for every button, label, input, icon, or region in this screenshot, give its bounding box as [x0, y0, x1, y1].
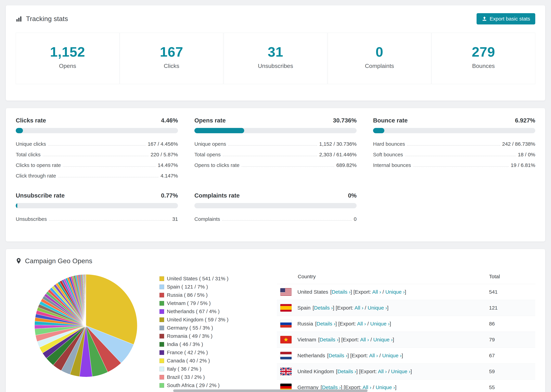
details-link[interactable]: Details ›	[320, 337, 339, 343]
rate-title: Bounce rate	[373, 117, 408, 124]
export-unique-link[interactable]: Unique ›	[391, 369, 410, 374]
dotted-leader	[228, 145, 317, 146]
legend-swatch	[160, 367, 164, 371]
rate-title: Complaints rate	[194, 192, 240, 199]
total-value: 59	[489, 364, 535, 379]
metric-rows: Unique opens1,152 / 30.736%Total opens2,…	[194, 139, 357, 170]
metric-row: Total opens2,303 / 61.446%	[194, 149, 357, 160]
country-cell: United Kingdom[Details ›] [Export: All ›…	[277, 364, 489, 379]
tracking-stats-page: Tracking stats Export basic stats 1,152O…	[0, 5, 551, 392]
country-links: [Details ›] [Export: All › / Unique ›]	[336, 369, 412, 374]
export-all-link[interactable]: All ›	[357, 321, 366, 327]
metric-label: Opens to clicks rate	[194, 162, 239, 168]
metric-label: Hard bounces	[373, 141, 405, 147]
table-header-total: Total	[489, 269, 535, 284]
vn-flag-icon	[280, 336, 292, 343]
stat-value: 167	[120, 44, 223, 60]
details-link[interactable]: Details ›	[338, 369, 356, 374]
dotted-leader	[58, 177, 158, 177]
metric-rows: Complaints0	[194, 214, 357, 224]
metric-value: 19 / 6.81%	[511, 162, 535, 168]
export-unique-link[interactable]: Unique ›	[376, 385, 395, 390]
metric-row: Unique opens1,152 / 30.736%	[194, 139, 357, 149]
geo-content: United States ( 541 / 31% )Spain ( 121 /…	[16, 265, 535, 392]
es-flag-icon	[280, 304, 292, 312]
legend-swatch	[160, 383, 164, 388]
details-link[interactable]: Details ›	[329, 353, 347, 358]
export-unique-link[interactable]: Unique ›	[373, 337, 393, 343]
rate-value: 30.736%	[333, 117, 357, 124]
stat-box: 0Complaints	[328, 33, 431, 84]
dotted-leader	[405, 156, 516, 156]
stat-value: 1,152	[16, 44, 119, 60]
country-links: [Details ›] [Export: All › / Unique ›]	[318, 337, 394, 343]
legend-label: Spain ( 121 / 7% )	[167, 284, 208, 290]
metric-rows: Unique clicks167 / 4.456%Total clicks220…	[16, 139, 178, 181]
export-unique-link[interactable]: Unique ›	[368, 305, 387, 311]
dotted-leader	[63, 166, 155, 167]
metric-value: 0	[354, 216, 357, 222]
export-all-link[interactable]: All ›	[354, 305, 363, 311]
export-all-link[interactable]: All ›	[372, 289, 381, 295]
stat-label: Clicks	[120, 63, 223, 69]
geo-table-wrap: CountryTotal United States[Details ›] [E…	[277, 269, 535, 392]
legend-item: South Africa ( 29 / 2% )	[160, 382, 228, 388]
rates-grid: Clicks rate4.46%Unique clicks167 / 4.456…	[16, 117, 535, 224]
geo-card-title: Campaign Geo Opens	[25, 257, 92, 265]
details-link[interactable]: Details ›	[317, 321, 335, 327]
export-all-link[interactable]: All ›	[369, 353, 378, 358]
metric-row: Soft bounces18 / 0%	[373, 149, 535, 160]
table-row: Vietnam[Details ›] [Export: All › / Uniq…	[277, 332, 535, 348]
progress-bar	[373, 128, 535, 133]
rate-title-row: Bounce rate6.927%	[373, 117, 535, 124]
dotted-leader	[223, 156, 317, 156]
legend-swatch	[160, 358, 164, 363]
legend-label: Russia ( 86 / 5% )	[167, 292, 208, 298]
legend-item: United States ( 541 / 31% )	[160, 276, 228, 281]
legend-item: India ( 46 / 3% )	[160, 341, 228, 347]
legend-item: France ( 42 / 2% )	[160, 350, 228, 355]
export-unique-link[interactable]: Unique ›	[370, 321, 390, 327]
country-cell: Russia[Details ›] [Export: All › / Uniqu…	[277, 316, 489, 332]
export-all-link[interactable]: All ›	[360, 337, 369, 343]
legend-label: Vietnam ( 79 / 5% )	[167, 300, 211, 306]
metric-value: 689.82%	[336, 162, 357, 168]
export-basic-stats-button[interactable]: Export basic stats	[477, 13, 535, 24]
rate-block: Opens rate30.736%Unique opens1,152 / 30.…	[194, 117, 357, 181]
legend-swatch	[160, 309, 164, 314]
table-row: Russia[Details ›] [Export: All › / Uniqu…	[277, 316, 535, 332]
metric-row: Unsubscribes31	[16, 214, 178, 224]
metric-label: Total opens	[194, 152, 221, 158]
country-name: United States	[297, 289, 328, 295]
gb-flag-icon	[280, 368, 292, 375]
country-links: [Details ›] [Export: All › / Unique ›]	[330, 289, 406, 295]
export-icon	[482, 16, 487, 21]
country-cell: Netherlands[Details ›] [Export: All › / …	[277, 348, 489, 364]
metric-value: 1,152 / 30.736%	[319, 141, 357, 147]
progress-bar	[16, 203, 178, 208]
export-all-link[interactable]: All ›	[378, 369, 387, 374]
legend-label: Canada ( 40 / 2% )	[167, 358, 210, 364]
legend-label: South Africa ( 29 / 2% )	[167, 382, 219, 388]
total-value: 121	[489, 300, 535, 316]
metric-label: Unique opens	[194, 141, 226, 147]
export-unique-link[interactable]: Unique ›	[385, 289, 405, 295]
stat-label: Opens	[16, 63, 119, 69]
export-unique-link[interactable]: Unique ›	[382, 353, 402, 358]
details-link[interactable]: Details ›	[332, 289, 350, 295]
details-link[interactable]: Details ›	[314, 305, 333, 311]
ru-flag-icon	[280, 320, 292, 328]
rate-block: Unsubscribe rate0.77%Unsubscribes31	[16, 192, 178, 224]
stat-label: Unsubscribes	[224, 63, 327, 69]
geo-legend: United States ( 541 / 31% )Spain ( 121 /…	[160, 276, 228, 391]
metric-rows: Hard bounces242 / 86.738%Soft bounces18 …	[373, 139, 535, 170]
metric-label: Unsubscribes	[16, 216, 47, 222]
tracking-stats-title: Tracking stats	[26, 15, 68, 23]
metric-value: 31	[172, 216, 178, 222]
country-name: Spain	[297, 305, 311, 311]
progress-bar	[194, 203, 357, 208]
stat-box: 167Clicks	[120, 33, 224, 84]
stat-box: 1,152Opens	[16, 33, 120, 84]
horizontal-scrollbar-thumb[interactable]	[173, 389, 367, 392]
stat-value: 31	[224, 44, 327, 60]
